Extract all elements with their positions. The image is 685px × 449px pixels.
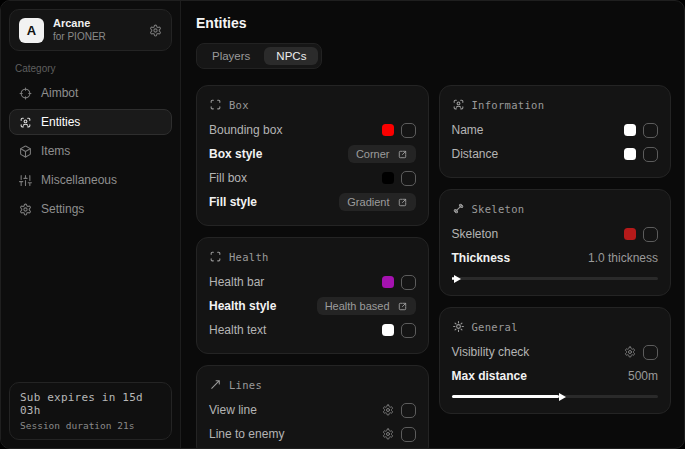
card-skeleton: Skeleton Skeleton Thickness 1.0 thicknes… — [439, 189, 672, 296]
checkbox[interactable] — [401, 171, 416, 186]
row-label: Fill style — [209, 195, 257, 209]
category-label: Category — [15, 63, 166, 74]
row-label: Visibility check — [452, 345, 530, 359]
row-visibility-check: Visibility check — [452, 340, 659, 364]
brand-text: Arcane for PIONER — [53, 17, 140, 43]
health-style-dropdown[interactable]: Health based — [317, 297, 416, 315]
sidebar-item-label: Entities — [41, 115, 80, 129]
sidebar-item-settings[interactable]: Settings — [9, 196, 172, 222]
card-information: Information Name Distance — [439, 85, 672, 178]
brand-subtitle: for PIONER — [53, 31, 140, 44]
user-scan-icon — [452, 98, 465, 111]
checkbox[interactable] — [643, 345, 658, 360]
brand-logo: A — [19, 18, 44, 43]
slider-fill — [452, 395, 559, 398]
color-swatch[interactable] — [624, 124, 636, 136]
row-health-style: Health style Health based — [209, 294, 416, 318]
card-title: Box — [229, 99, 249, 111]
expand-icon — [397, 197, 408, 208]
row-skeleton: Skeleton — [452, 222, 659, 246]
row-name: Name — [452, 118, 659, 142]
dropdown-value: Gradient — [347, 196, 389, 208]
row-thickness: Thickness 1.0 thickness — [452, 246, 659, 270]
card-title: General — [472, 321, 518, 333]
main-panel: Entities Players NPCs Box Bounding box — [181, 1, 684, 448]
row-label: Line to enemy — [209, 427, 284, 441]
checkbox[interactable] — [401, 427, 416, 442]
thickness-slider[interactable] — [452, 277, 659, 280]
card-lines: Lines View line Line to enemy — [196, 365, 429, 448]
box-style-dropdown[interactable]: Corner — [348, 145, 416, 163]
expand-icon — [397, 149, 408, 160]
row-label: Name — [452, 123, 484, 137]
row-max-distance: Max distance 500m — [452, 364, 659, 388]
row-fill-style: Fill style Gradient — [209, 190, 416, 214]
sidebar-item-label: Settings — [41, 202, 84, 216]
sidebar-item-miscellaneous[interactable]: Miscellaneous — [9, 167, 172, 193]
card-columns: Box Bounding box Box style Corner — [196, 85, 671, 448]
gear-icon[interactable] — [624, 346, 636, 358]
max-distance-slider[interactable] — [452, 395, 659, 398]
checkbox[interactable] — [643, 227, 658, 242]
tab-players[interactable]: Players — [200, 47, 262, 65]
row-label: Distance — [452, 147, 499, 161]
card-title: Skeleton — [472, 203, 525, 215]
row-label: Thickness — [452, 251, 511, 265]
scan-corners-icon — [209, 250, 222, 263]
bone-icon — [452, 202, 465, 215]
checkbox[interactable] — [401, 275, 416, 290]
gear-icon[interactable] — [382, 404, 394, 416]
checkbox[interactable] — [401, 323, 416, 338]
color-swatch[interactable] — [624, 148, 636, 160]
row-health-text: Health text — [209, 318, 416, 342]
row-box-style: Box style Corner — [209, 142, 416, 166]
checkbox[interactable] — [643, 123, 658, 138]
slider-fill — [452, 277, 454, 280]
row-fill-box: Fill box — [209, 166, 416, 190]
card-general-header: General — [452, 320, 659, 333]
gear-icon — [19, 203, 32, 216]
gear-icon[interactable] — [149, 24, 162, 37]
color-swatch[interactable] — [382, 324, 394, 336]
sub-expiry-text: Sub expires in 15d 03h — [20, 391, 161, 417]
card-general: General Visibility check Max distance — [439, 307, 672, 414]
color-swatch[interactable] — [382, 124, 394, 136]
row-label: Health style — [209, 299, 276, 313]
card-title: Health — [229, 251, 269, 263]
sliders-icon — [19, 174, 32, 187]
page-title: Entities — [196, 15, 671, 31]
dropdown-value: Corner — [356, 148, 390, 160]
user-scan-icon — [19, 116, 32, 129]
checkbox[interactable] — [643, 147, 658, 162]
color-swatch[interactable] — [382, 276, 394, 288]
color-swatch[interactable] — [382, 172, 394, 184]
row-label: Max distance — [452, 369, 527, 383]
row-line-to-enemy: Line to enemy — [209, 422, 416, 446]
card-box: Box Bounding box Box style Corner — [196, 85, 429, 226]
subscription-info: Sub expires in 15d 03h Session duration … — [9, 382, 172, 440]
crosshair-icon — [19, 87, 32, 100]
checkbox[interactable] — [401, 123, 416, 138]
sidebar-nav: Aimbot Entities Items Miscellaneous — [1, 80, 180, 222]
left-column: Box Bounding box Box style Corner — [196, 85, 429, 448]
tab-npcs[interactable]: NPCs — [264, 47, 318, 65]
card-box-header: Box — [209, 98, 416, 111]
sidebar-item-items[interactable]: Items — [9, 138, 172, 164]
slider-handle[interactable] — [454, 275, 461, 283]
row-label: Health bar — [209, 275, 264, 289]
entity-tabs: Players NPCs — [196, 43, 322, 69]
fill-style-dropdown[interactable]: Gradient — [339, 193, 415, 211]
row-label: Health text — [209, 323, 266, 337]
color-swatch[interactable] — [624, 228, 636, 240]
row-health-bar: Health bar — [209, 270, 416, 294]
sidebar-item-entities[interactable]: Entities — [9, 109, 172, 135]
slider-handle[interactable] — [559, 393, 566, 401]
checkbox[interactable] — [401, 403, 416, 418]
gear-icon[interactable] — [382, 428, 394, 440]
card-skeleton-header: Skeleton — [452, 202, 659, 215]
brand-name: Arcane — [53, 17, 140, 31]
row-label: View line — [209, 403, 257, 417]
sidebar-item-aimbot[interactable]: Aimbot — [9, 80, 172, 106]
dropdown-value: Health based — [325, 300, 390, 312]
sun-icon — [452, 320, 465, 333]
